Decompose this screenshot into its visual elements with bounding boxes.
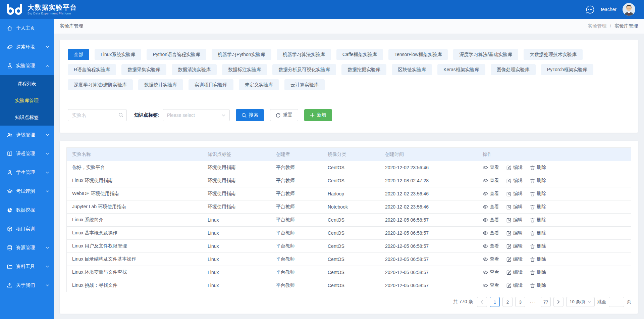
jump-page-input[interactable] bbox=[609, 297, 624, 307]
knowledge-tag-select[interactable]: Please select bbox=[163, 109, 230, 121]
filter-tag[interactable]: 大数据处理技术实验库 bbox=[524, 49, 583, 60]
cell-experiment-name: Linux 基本概念及操作 bbox=[67, 230, 202, 236]
sidebar-item-student-mgmt[interactable]: 学生管理 bbox=[0, 163, 54, 182]
avatar[interactable] bbox=[623, 3, 635, 16]
pagination-page-button[interactable]: 2 bbox=[502, 297, 513, 307]
edit-action[interactable]: 编辑 bbox=[506, 165, 523, 171]
delete-action[interactable]: 删除 bbox=[530, 230, 546, 236]
cell-image-category: Hadoop bbox=[322, 191, 380, 196]
sidebar-item-project-training[interactable]: 项目实训 bbox=[0, 220, 54, 238]
cell-image-category: CentOS bbox=[322, 217, 380, 223]
edit-action[interactable]: 编辑 bbox=[506, 217, 523, 223]
pagination-next-button[interactable] bbox=[553, 297, 564, 307]
add-button[interactable]: 新增 bbox=[304, 109, 332, 121]
sidebar-item-explore-env[interactable]: 探索环境 bbox=[0, 38, 54, 56]
view-action[interactable]: 查看 bbox=[483, 165, 499, 171]
sidebar-item-exam-assessment[interactable]: 考试评测 bbox=[0, 182, 54, 201]
view-action[interactable]: 查看 bbox=[483, 269, 499, 275]
filter-tag[interactable]: 机器学习Python实验库 bbox=[212, 49, 271, 60]
delete-action[interactable]: 删除 bbox=[530, 178, 546, 184]
edit-action[interactable]: 编辑 bbox=[506, 269, 523, 275]
filter-tag[interactable]: 数据挖掘实验库 bbox=[341, 64, 386, 75]
view-action[interactable]: 查看 bbox=[483, 204, 499, 210]
edit-action[interactable]: 编辑 bbox=[506, 256, 523, 262]
delete-action[interactable]: 删除 bbox=[530, 165, 546, 171]
filter-tag[interactable]: Python语言编程实验库 bbox=[147, 49, 206, 60]
filter-tag[interactable]: Keras框架实验库 bbox=[437, 64, 485, 75]
sidebar-item-label: 资源管理 bbox=[16, 245, 35, 251]
pagination-page-button[interactable]: 1 bbox=[490, 297, 500, 307]
edit-action[interactable]: 编辑 bbox=[506, 243, 523, 249]
cell-knowledge-tag: Linux bbox=[202, 217, 271, 223]
delete-action[interactable]: 删除 bbox=[530, 282, 546, 288]
filter-tag[interactable]: 未定义实验库 bbox=[239, 79, 279, 90]
sidebar-subitem-course-list[interactable]: 课程列表 bbox=[0, 75, 54, 92]
delete-action[interactable]: 删除 bbox=[530, 204, 546, 210]
delete-action-label: 删除 bbox=[537, 204, 546, 210]
filter-tag[interactable]: 数据清洗实验库 bbox=[172, 64, 217, 75]
sidebar-item-materials-tools[interactable]: 资料工具 bbox=[0, 257, 54, 276]
delete-action-label: 删除 bbox=[537, 230, 546, 236]
filter-tag[interactable]: 数据采集实验库 bbox=[121, 64, 166, 75]
sidebar-item-course-mgmt[interactable]: 课程管理 bbox=[0, 144, 54, 163]
sidebar-item-label: 学生管理 bbox=[16, 170, 35, 176]
filter-tag[interactable]: Caffe框架实验库 bbox=[336, 49, 383, 60]
sidebar-subitem-knowledge-tags[interactable]: 知识点标签 bbox=[0, 109, 54, 126]
experiment-name-input[interactable] bbox=[68, 109, 127, 121]
sidebar-item-resource-mgmt[interactable]: 资源管理 bbox=[0, 238, 54, 257]
delete-action[interactable]: 删除 bbox=[530, 256, 546, 262]
cell-image-category: CentOS bbox=[322, 165, 380, 170]
filter-tag[interactable]: 数据分析及可视化实验库 bbox=[272, 64, 336, 75]
edit-action[interactable]: 编辑 bbox=[506, 204, 523, 210]
pagination-page-button[interactable]: ··· bbox=[528, 297, 538, 307]
pagination-page-button[interactable]: 3 bbox=[515, 297, 525, 307]
filter-tag[interactable]: R语言编程实验库 bbox=[68, 64, 116, 75]
sidebar-item-label: 考试评测 bbox=[16, 188, 35, 194]
edit-action[interactable]: 编辑 bbox=[506, 191, 523, 197]
messages-icon[interactable] bbox=[586, 5, 595, 14]
sidebar-item-about-us[interactable]: 关于我们 bbox=[0, 276, 54, 295]
filter-tag[interactable]: 图像处理实验库 bbox=[491, 64, 536, 75]
pagination-page-button[interactable]: 77 bbox=[541, 297, 551, 307]
sidebar-item-class-mgmt[interactable]: 班级管理 bbox=[0, 126, 54, 144]
filter-tag[interactable]: PyTorch框架实验库 bbox=[541, 64, 594, 75]
filter-tag[interactable]: 区块链实验库 bbox=[392, 64, 432, 75]
sidebar-item-data-mining[interactable]: 数据挖掘 bbox=[0, 201, 54, 220]
sidebar-item-experiment-mgmt[interactable]: 实验管理 bbox=[0, 56, 54, 75]
filter-tag[interactable]: 全部 bbox=[68, 49, 89, 60]
filter-tag[interactable]: 深度学习算法/基础实验库 bbox=[453, 49, 518, 60]
content-area: 全部Linux系统实验库Python语言编程实验库机器学习Python实验库机器… bbox=[54, 34, 644, 319]
view-action[interactable]: 查看 bbox=[483, 256, 499, 262]
edit-action[interactable]: 编辑 bbox=[506, 230, 523, 236]
page-size-select[interactable]: 10 条/页 bbox=[566, 297, 595, 307]
view-action[interactable]: 查看 bbox=[483, 230, 499, 236]
breadcrumb-parent[interactable]: 实验管理 bbox=[588, 23, 606, 29]
delete-action[interactable]: 删除 bbox=[530, 217, 546, 223]
search-button[interactable]: 搜索 bbox=[236, 109, 264, 121]
sidebar-subitem-lab-library-mgmt[interactable]: 实验库管理 bbox=[0, 92, 54, 109]
delete-action[interactable]: 删除 bbox=[530, 269, 546, 275]
view-action[interactable]: 查看 bbox=[483, 243, 499, 249]
edit-action[interactable]: 编辑 bbox=[506, 282, 523, 288]
filter-tag[interactable]: 数据统计实验库 bbox=[138, 79, 183, 90]
sidebar-item-label: 班级管理 bbox=[16, 132, 35, 138]
filter-tag[interactable]: TensorFlow框架实验库 bbox=[388, 49, 448, 60]
filter-tag[interactable]: 实训项目实验库 bbox=[189, 79, 233, 90]
filter-tag[interactable]: 数据标注实验库 bbox=[222, 64, 267, 75]
view-action[interactable]: 查看 bbox=[483, 217, 499, 223]
view-action[interactable]: 查看 bbox=[483, 191, 499, 197]
chevron-down-icon bbox=[46, 247, 49, 249]
edit-action[interactable]: 编辑 bbox=[506, 178, 523, 184]
filter-tag[interactable]: 云计算实验库 bbox=[284, 79, 325, 90]
cell-experiment-name: Linux 系统简介 bbox=[67, 217, 202, 223]
view-action[interactable]: 查看 bbox=[483, 282, 499, 288]
reset-button[interactable]: 重置 bbox=[270, 109, 298, 121]
delete-action[interactable]: 删除 bbox=[530, 243, 546, 249]
filter-tag[interactable]: 机器学习算法实验库 bbox=[277, 49, 331, 60]
pagination-prev-button[interactable] bbox=[477, 297, 487, 307]
delete-action[interactable]: 删除 bbox=[530, 191, 546, 197]
filter-tag[interactable]: Linux系统实验库 bbox=[95, 49, 141, 60]
filter-tag[interactable]: 深度学习算法/进阶实验库 bbox=[68, 79, 133, 90]
view-action[interactable]: 查看 bbox=[483, 178, 499, 184]
sidebar-item-personal-home[interactable]: 个人主页 bbox=[0, 19, 54, 38]
